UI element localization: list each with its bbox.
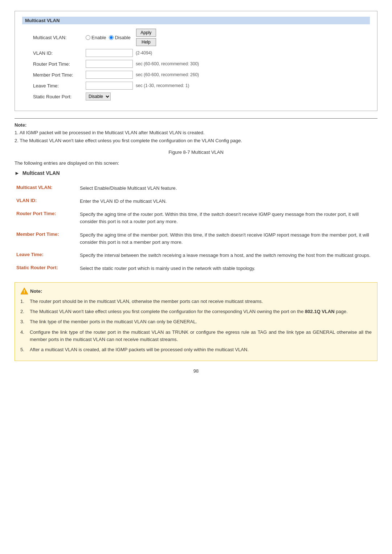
warning-title: ! Note: — [20, 287, 372, 295]
section-heading: ► Multicast VLAN — [15, 170, 377, 176]
warning-title-text: Note: — [30, 288, 42, 294]
def-desc-4: Specify the interval between the switch … — [78, 249, 377, 262]
warning-item-4: 4.Configure the link type of the router … — [20, 329, 372, 343]
warning-item-5: 5.After a multicast VLAN is created, all… — [20, 346, 372, 353]
def-term-1: VLAN ID: — [15, 195, 78, 208]
router-port-time-hint: sec (60-600, recommemed: 300) — [136, 61, 199, 66]
warning-item-2: 2.The Multicast VLAN won't take effect u… — [20, 308, 372, 315]
enable-radio-label[interactable]: Enable — [86, 35, 106, 40]
vlan-id-input[interactable] — [86, 49, 133, 57]
definition-row-5: Static Router Port:Select the static rou… — [15, 262, 377, 275]
config-box: Multicast VLAN Multicast VLAN: Enable Di… — [15, 11, 377, 111]
note-line-2: 2. The Multicast VLAN won't take effect … — [15, 137, 377, 144]
member-port-time-label: Member Port Time: — [33, 72, 86, 78]
vlan-id-label: VLAN ID: — [33, 50, 86, 56]
member-port-time-hint: sec (60-600, recommemed: 260) — [136, 72, 199, 77]
def-term-3: Member Port Time: — [15, 229, 78, 249]
static-router-port-label: Static Router Port: — [33, 94, 86, 99]
router-port-time-input[interactable] — [86, 60, 133, 68]
definition-row-2: Router Port Time:Specify the aging time … — [15, 208, 377, 228]
definition-row-0: Multicast VLAN:Select Enable/Disable Mul… — [15, 182, 377, 195]
warning-item-3: 3.The link type of the member ports in t… — [20, 318, 372, 325]
static-router-port-row: Static Router Port: Disable — [22, 93, 370, 100]
def-term-5: Static Router Port: — [15, 262, 78, 275]
figure-caption: Figure 8-7 Multicast VLAN — [15, 149, 377, 155]
svg-text:!: ! — [24, 289, 25, 294]
leave-time-label: Leave Time: — [33, 83, 86, 89]
intro-text: The following entries are displayed on t… — [15, 160, 377, 166]
note-line-1: 1. All IGMP packet will be processed in … — [15, 129, 377, 136]
action-buttons: Apply Help — [136, 29, 156, 46]
leave-time-row: Leave Time: sec (1-30, recommemed: 1) — [22, 82, 370, 90]
section-heading-text: Multicast VLAN — [23, 170, 60, 176]
member-port-time-row: Member Port Time: sec (60-600, recommeme… — [22, 71, 370, 79]
definition-row-1: VLAN ID:Enter the VLAN ID of the multica… — [15, 195, 377, 208]
multicast-vlan-row: Multicast VLAN: Enable Disable Apply Hel… — [22, 29, 370, 46]
def-desc-1: Enter the VLAN ID of the multicast VLAN. — [78, 195, 377, 208]
warning-item-1: 1.The router port should be in the multi… — [20, 298, 372, 305]
def-term-4: Leave Time: — [15, 249, 78, 262]
def-term-0: Multicast VLAN: — [15, 182, 78, 195]
disable-radio-label[interactable]: Disable — [109, 35, 130, 40]
note-title: Note: — [15, 122, 377, 128]
leave-time-input[interactable] — [86, 82, 133, 90]
warning-list: 1.The router port should be in the multi… — [20, 298, 372, 353]
definition-row-3: Member Port Time:Specify the aging time … — [15, 229, 377, 249]
config-box-title: Multicast VLAN — [22, 17, 370, 24]
page-number: 98 — [15, 368, 377, 374]
warning-box: ! Note: 1.The router port should be in t… — [15, 282, 377, 361]
static-router-port-select[interactable]: Disable — [86, 93, 111, 100]
router-port-time-row: Router Port Time: sec (60-600, recommeme… — [22, 60, 370, 68]
def-desc-5: Select the static router port which is m… — [78, 262, 377, 275]
member-port-time-input[interactable] — [86, 71, 133, 79]
bold-vlan-label: 802.1Q VLAN — [305, 309, 335, 314]
multicast-vlan-label: Multicast VLAN: — [33, 35, 86, 40]
warning-icon: ! — [20, 287, 28, 295]
note-section: Note: 1. All IGMP packet will be process… — [15, 118, 377, 144]
apply-button[interactable]: Apply — [136, 29, 156, 37]
definitions-table: Multicast VLAN:Select Enable/Disable Mul… — [15, 182, 377, 275]
vlan-id-row: VLAN ID: (2-4094) — [22, 49, 370, 57]
router-port-time-label: Router Port Time: — [33, 61, 86, 67]
multicast-vlan-radio-group: Enable Disable — [86, 35, 131, 40]
arrow-right-icon: ► — [15, 170, 20, 176]
def-desc-3: Specify the aging time of the member por… — [78, 229, 377, 249]
leave-time-hint: sec (1-30, recommemed: 1) — [136, 83, 189, 88]
def-desc-2: Specify the aging time of the router por… — [78, 208, 377, 228]
help-button[interactable]: Help — [136, 38, 156, 46]
enable-radio[interactable] — [86, 35, 90, 40]
definition-row-4: Leave Time:Specify the interval between … — [15, 249, 377, 262]
def-term-2: Router Port Time: — [15, 208, 78, 228]
disable-radio[interactable] — [109, 35, 114, 40]
def-desc-0: Select Enable/Disable Multicast VLAN fea… — [78, 182, 377, 195]
vlan-id-hint: (2-4094) — [136, 50, 152, 56]
